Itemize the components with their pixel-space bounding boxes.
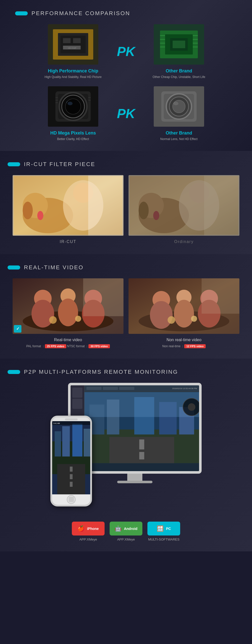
ircut-labels-row: IR-CUT Ordinary xyxy=(8,239,244,244)
imac-stand xyxy=(127,474,142,481)
svg-rect-118 xyxy=(70,482,73,487)
iphone-app-btn[interactable]: 🍎 iPhone APP:XMeye xyxy=(72,522,105,541)
pal-label: PAL format ： xyxy=(26,344,45,348)
ircut-right-image xyxy=(129,175,239,236)
ircut-images-row xyxy=(8,175,244,236)
ircut-left-image xyxy=(13,175,123,236)
imac-main-area: 2016/02/19 13:52:44.56 PM xyxy=(84,385,199,471)
svg-rect-111 xyxy=(55,431,61,457)
chip-right-svg xyxy=(154,24,204,65)
chip-left-svg: HD CHIP xyxy=(48,24,98,65)
video-right-photo xyxy=(129,278,239,334)
svg-rect-106 xyxy=(139,452,144,460)
video-images-row: ✓ xyxy=(8,278,244,334)
video-left-photo: ✓ xyxy=(13,278,123,334)
chip-left-desc: High Quality And Stability, Real HD Pict… xyxy=(35,75,111,79)
imac-base xyxy=(117,481,152,483)
pc-app-icon[interactable]: 🪟 PC xyxy=(147,522,180,535)
sidebar-icon-2 xyxy=(72,399,82,409)
non-realtime-label: Non real-time ： xyxy=(162,344,184,348)
ntsc-label: NTSC format ： xyxy=(66,344,89,348)
chip-right-image xyxy=(154,24,204,65)
video-header: REAL-TIME VIDEO xyxy=(8,264,244,271)
lens-left-item: HD Mega Pixels Lens Better Clarity, HD E… xyxy=(35,86,111,141)
iphone-home-button xyxy=(67,495,76,504)
svg-point-58 xyxy=(37,211,43,220)
android-icon: 🤖 xyxy=(115,525,121,532)
iphone-speaker xyxy=(65,418,78,420)
lens-pk-label: PK xyxy=(111,106,141,121)
performance-title: PERFORMANCE COMPARISON xyxy=(32,10,130,17)
video-section: REAL-TIME VIDEO xyxy=(0,254,252,359)
video-badge xyxy=(8,265,20,270)
performance-grid: HD CHIP High Performance Chip High Quali… xyxy=(15,24,237,141)
ircut-left-label: IR-CUT xyxy=(13,239,123,244)
svg-point-54 xyxy=(23,202,33,219)
ircut-section: IR-CUT FILTER PIECE xyxy=(0,151,252,254)
video-left-detail: PAL format ：25 FPS video NTSC format ：30… xyxy=(13,344,123,348)
video-left-label: Real-time video PAL format ：25 FPS video… xyxy=(13,338,123,348)
svg-point-68 xyxy=(153,211,159,220)
ntsc-fps-badge: 30 FPS video xyxy=(88,344,110,348)
svg-rect-114 xyxy=(84,429,90,457)
iphone-home-square xyxy=(69,497,74,502)
ircut-badge xyxy=(8,162,20,166)
svg-rect-93 xyxy=(202,278,239,314)
pal-fps-badge: 25 FPS video xyxy=(45,344,66,348)
svg-rect-105 xyxy=(139,439,144,449)
lens-left-desc: Better Clarity, HD Effect xyxy=(35,137,111,141)
lens-right-svg xyxy=(154,86,204,127)
svg-point-81 xyxy=(75,316,81,322)
sidebar-icon-1 xyxy=(72,388,82,398)
svg-point-94 xyxy=(168,316,175,324)
p2p-header: P2P MULTI-PLATFORMS REMOTE MONITORING xyxy=(8,369,244,375)
pc-app-btn[interactable]: 🪟 PC MULTI-SOFTWARES xyxy=(147,522,180,541)
android-app-btn[interactable]: 🤖 Android APP:XMeye xyxy=(110,522,142,541)
ircut-right-label-text: Ordinary xyxy=(129,239,239,244)
chip-right-desc: Other Cheap Chip, Unstable, Short Life xyxy=(141,75,217,79)
lens-comparison-row: HD Mega Pixels Lens Better Clarity, HD E… xyxy=(15,86,237,141)
iphone-device: 9:41 AM xyxy=(50,416,92,506)
video-right-image xyxy=(129,278,239,334)
svg-rect-57 xyxy=(88,175,123,236)
devices-container: 2016/02/19 13:52:44.56 PM xyxy=(50,383,202,514)
video-labels-row: Real-time video PAL format ：25 FPS video… xyxy=(8,338,244,348)
lens-right-image xyxy=(154,86,204,127)
lens-left-name: HD Mega Pixels Lens xyxy=(35,130,111,136)
svg-rect-117 xyxy=(70,474,73,479)
svg-point-108 xyxy=(188,403,195,411)
lens-left-svg xyxy=(48,86,98,127)
p2p-badge xyxy=(8,370,20,374)
pc-app-sublabel: MULTI-SOFTWARES xyxy=(148,538,179,541)
iphone-app-icon[interactable]: 🍎 iPhone xyxy=(72,522,105,535)
android-app-label: Android xyxy=(124,527,138,531)
p2p-section: P2P MULTI-PLATFORMS REMOTE MONITORING xyxy=(0,359,252,551)
svg-rect-12 xyxy=(63,38,71,43)
video-right-label: Non real-time video Non real-time ：12 FP… xyxy=(129,338,239,348)
svg-rect-113 xyxy=(72,424,82,457)
chip-pk-label: PK xyxy=(111,44,141,59)
ircut-header: IR-CUT FILTER PIECE xyxy=(8,161,244,168)
toolbar-item-3 xyxy=(119,387,134,390)
lens-right-desc: Normal Lens, Not HD Effect xyxy=(141,137,217,141)
svg-text:HD CHIP: HD CHIP xyxy=(68,47,76,49)
svg-point-95 xyxy=(191,316,197,322)
performance-badge xyxy=(15,11,28,15)
video-right-title: Non real-time video xyxy=(129,338,239,342)
svg-rect-13 xyxy=(73,38,81,43)
chip-right-name: Other Brand xyxy=(141,68,217,74)
ircut-title: IR-CUT FILTER PIECE xyxy=(24,161,96,168)
iphone-top xyxy=(52,417,90,421)
chip-left-name: High Performance Chip xyxy=(35,68,111,74)
svg-point-37 xyxy=(68,102,73,105)
imac-toolbar: 2016/02/19 13:52:44.56 PM xyxy=(84,385,199,392)
svg-rect-79 xyxy=(83,278,123,316)
android-app-icon[interactable]: 🤖 Android xyxy=(110,522,142,535)
chip-right-item: Other Brand Other Cheap Chip, Unstable, … xyxy=(141,24,217,79)
camera-feed-svg xyxy=(84,392,199,464)
iphone-bottom xyxy=(52,494,90,504)
apple-icon: 🍎 xyxy=(78,525,84,532)
non-realtime-fps-badge: 12 FPS video xyxy=(184,344,205,348)
svg-rect-28 xyxy=(173,41,185,48)
svg-text:9:41 AM: 9:41 AM xyxy=(53,422,60,424)
